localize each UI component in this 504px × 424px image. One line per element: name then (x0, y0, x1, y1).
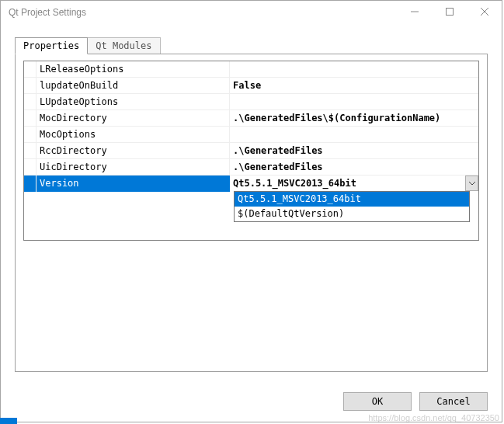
close-button[interactable] (467, 1, 502, 23)
minimize-button[interactable] (397, 1, 432, 23)
dialog-window: Qt Project Settings Properties Qt Module… (0, 0, 502, 422)
property-row[interactable]: MocOptions (24, 127, 478, 143)
window-controls (397, 1, 502, 23)
maximize-button[interactable] (432, 1, 467, 23)
property-row[interactable]: LUpdateOptions (24, 94, 478, 110)
property-value[interactable]: Qt5.5.1_MSVC2013_64bit (230, 176, 478, 192)
row-indent (24, 61, 36, 77)
property-row-selected[interactable]: Version Qt5.5.1_MSVC2013_64bit (24, 176, 478, 192)
ok-button[interactable]: OK (343, 392, 412, 411)
row-indent (24, 127, 36, 142)
property-value[interactable]: .\GeneratedFiles (230, 159, 478, 175)
tab-strip: Properties Qt Modules (15, 35, 488, 54)
dialog-buttons: OK Cancel (343, 392, 488, 411)
tab-properties[interactable]: Properties (15, 37, 88, 54)
svg-rect-1 (446, 9, 453, 16)
property-value[interactable]: .\GeneratedFiles\$(ConfigurationName) (230, 110, 478, 126)
property-row[interactable]: MocDirectory .\GeneratedFiles\$(Configur… (24, 110, 478, 127)
watermark: https://blog.csdn.net/qq_40732350 (368, 413, 499, 422)
property-name: UicDirectory (36, 159, 230, 175)
property-name: MocOptions (36, 127, 230, 142)
taskbar-fragment (0, 418, 17, 424)
tab-panel-properties: LReleaseOptions lupdateOnBuild False LUp… (15, 54, 488, 372)
cancel-button[interactable]: Cancel (419, 392, 488, 411)
property-row[interactable]: lupdateOnBuild False (24, 78, 478, 94)
row-indent (24, 143, 36, 158)
property-value[interactable] (230, 94, 478, 109)
property-row[interactable]: LReleaseOptions (24, 61, 478, 78)
property-row[interactable]: RccDirectory .\GeneratedFiles (24, 143, 478, 159)
row-indent (24, 78, 36, 93)
property-row[interactable]: UicDirectory .\GeneratedFiles (24, 159, 478, 176)
property-value[interactable]: False (230, 78, 478, 93)
property-name: Version (36, 176, 230, 192)
property-value[interactable] (230, 61, 478, 77)
dropdown-option[interactable]: $(DefaultQtVersion) (235, 207, 469, 221)
version-dropdown[interactable]: Qt5.5.1_MSVC2013_64bit $(DefaultQtVersio… (234, 191, 470, 222)
property-value[interactable]: .\GeneratedFiles (230, 143, 478, 158)
dropdown-option[interactable]: Qt5.5.1_MSVC2013_64bit (235, 192, 469, 207)
row-indent (24, 176, 36, 192)
window-title: Qt Project Settings (9, 7, 86, 18)
client-area: Properties Qt Modules LReleaseOptions lu… (1, 26, 502, 422)
property-name: MocDirectory (36, 110, 230, 126)
dropdown-button[interactable] (465, 176, 478, 191)
chevron-down-icon (469, 182, 475, 186)
property-name: lupdateOnBuild (36, 78, 230, 93)
tab-qt-modules[interactable]: Qt Modules (87, 37, 160, 54)
property-name: LReleaseOptions (36, 61, 230, 77)
row-indent (24, 159, 36, 175)
row-indent (24, 94, 36, 109)
property-value[interactable] (230, 127, 478, 142)
row-indent (24, 110, 36, 126)
property-value-text: Qt5.5.1_MSVC2013_64bit (233, 178, 356, 189)
property-name: RccDirectory (36, 143, 230, 158)
property-name: LUpdateOptions (36, 94, 230, 109)
